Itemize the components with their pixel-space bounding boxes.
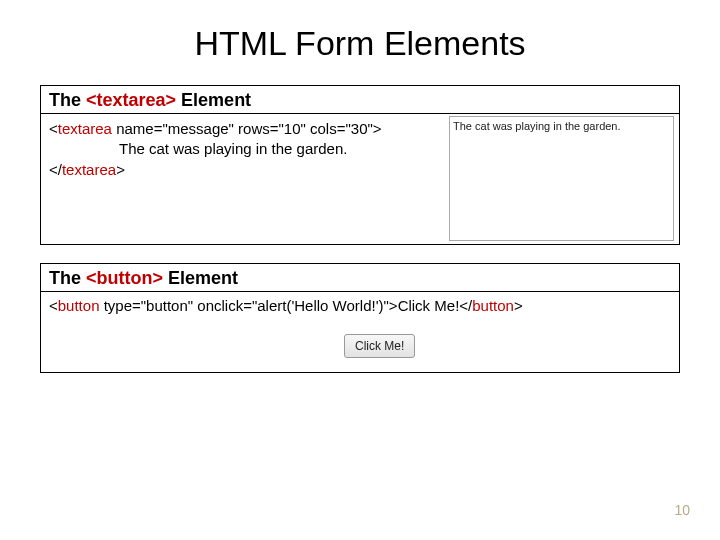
code-angle-open: < xyxy=(49,297,58,314)
textarea-heading: The <textarea> Element xyxy=(41,86,679,114)
heading-text-post: Element xyxy=(163,268,238,288)
code-close-angle: > xyxy=(514,297,523,314)
rendered-textarea[interactable] xyxy=(449,116,674,241)
code-close-angle-open: </ xyxy=(459,297,472,314)
heading-tag: <textarea> xyxy=(86,90,176,110)
heading-tag: <button> xyxy=(86,268,163,288)
code-attrs: name="message" rows="10" cols="30"> xyxy=(112,120,382,137)
code-tag-close: button xyxy=(472,297,514,314)
button-section: The <button> Element <button type="butto… xyxy=(40,263,680,373)
heading-text-pre: The xyxy=(49,90,86,110)
code-tag-close: textarea xyxy=(62,161,116,178)
textarea-section: The <textarea> Element <textarea name="m… xyxy=(40,85,680,245)
demo-button[interactable]: Click Me! xyxy=(344,334,415,358)
page-number: 10 xyxy=(674,502,690,518)
code-inner-text: Click Me! xyxy=(398,297,460,314)
heading-text-pre: The xyxy=(49,268,86,288)
code-angle-open: < xyxy=(49,120,58,137)
code-attrs: type="button" onclick="alert('Hello Worl… xyxy=(99,297,397,314)
button-code-line: <button type="button" onclick="alert('He… xyxy=(49,296,671,316)
code-tag-open: button xyxy=(58,297,100,314)
code-angle-close: > xyxy=(116,161,125,178)
code-tag: textarea xyxy=(58,120,112,137)
button-body: <button type="button" onclick="alert('He… xyxy=(41,292,679,372)
code-angle-close-open: </ xyxy=(49,161,62,178)
slide-title: HTML Form Elements xyxy=(40,24,680,63)
heading-text-post: Element xyxy=(176,90,251,110)
textarea-body: <textarea name="message" rows="10" cols=… xyxy=(41,114,679,244)
button-heading: The <button> Element xyxy=(41,264,679,292)
